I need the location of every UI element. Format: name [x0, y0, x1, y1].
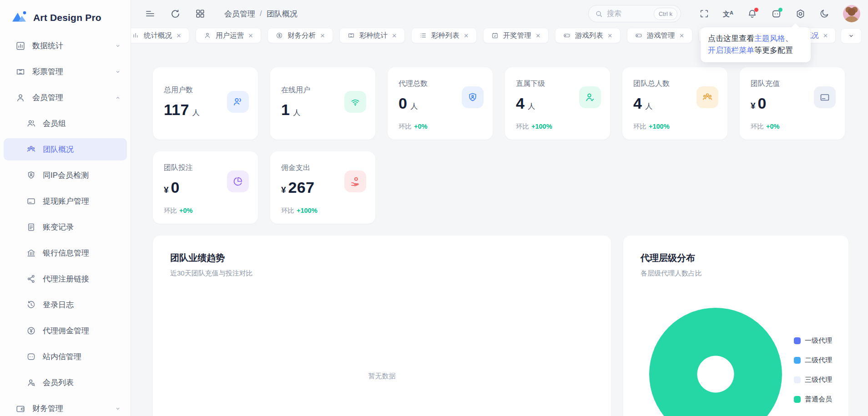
moon-icon[interactable]	[819, 9, 829, 19]
notification-dot	[754, 8, 758, 12]
ticket-icon	[348, 32, 355, 39]
chart-title: 代理层级分布	[641, 252, 831, 264]
tooltip-text: 点击这里查看	[708, 34, 754, 43]
sidebar-item-withdraw-accounts[interactable]: 提现账户管理	[0, 188, 131, 214]
close-icon[interactable]: ×	[177, 32, 181, 40]
top-header: 会员管理 / 团队概况 Ctrl k 文A	[131, 0, 868, 27]
close-icon[interactable]: ×	[680, 32, 684, 40]
tab-game-mgmt[interactable]: 游戏管理 ×	[627, 28, 692, 43]
breadcrumb-parent[interactable]: 会员管理	[224, 9, 255, 19]
team-performance-chart-card: 团队业绩趋势 近30天团队充值与投注对比 暂无数据	[153, 236, 611, 416]
close-icon[interactable]: ×	[608, 32, 612, 40]
donut-chart[interactable]	[649, 308, 782, 416]
close-icon[interactable]: ×	[248, 32, 253, 40]
sidebar-item-member-list[interactable]: 会员列表	[0, 370, 131, 396]
gear-icon[interactable]	[795, 9, 806, 19]
tab-draw-mgmt[interactable]: 开奖管理 ×	[483, 28, 549, 43]
tab-stats-overview[interactable]: 统计概况 ×	[131, 28, 189, 43]
legend-item-level1[interactable]: 一级代理	[794, 336, 832, 345]
hand-coin-icon	[344, 170, 366, 192]
search-icon	[595, 10, 603, 18]
tabs-more-button[interactable]	[841, 28, 862, 44]
share-icon	[26, 274, 36, 284]
message-icon	[26, 352, 36, 361]
bank-icon	[26, 248, 36, 258]
sidebar-item-data-stats[interactable]: 数据统计	[0, 33, 131, 59]
sidebar-item-agent-commission[interactable]: 代理佣金管理	[0, 318, 131, 344]
legend-item-level3[interactable]: 三级代理	[794, 376, 832, 384]
chevron-down-icon	[847, 32, 855, 40]
translate-icon[interactable]: 文A	[723, 10, 733, 17]
user-check-icon	[579, 86, 601, 108]
sidebar-item-lottery-mgmt[interactable]: 彩票管理	[0, 59, 131, 85]
team-icon	[696, 86, 718, 108]
theme-style-link[interactable]: 主题风格	[754, 34, 785, 43]
wifi-icon	[344, 91, 366, 113]
chart-legend: 一级代理 二级代理 三级代理 普通会员	[794, 336, 832, 404]
stat-card-online-users: 在线用户 1人	[270, 67, 375, 140]
legend-item-level2[interactable]: 二级代理	[794, 356, 832, 365]
wallet-icon	[15, 404, 25, 414]
history-icon	[26, 300, 36, 310]
mountain-logo-icon	[11, 10, 27, 26]
close-icon[interactable]: ×	[536, 32, 540, 40]
tab-lottery-list[interactable]: 彩种列表 ×	[411, 28, 477, 43]
sidebar-item-member-mgmt[interactable]: 会员管理	[0, 85, 131, 110]
legend-item-normal-member[interactable]: 普通会员	[794, 395, 832, 404]
stat-card-total-users: 总用户数 117人	[153, 67, 258, 140]
user-icon	[15, 93, 25, 103]
tab-lottery-stats[interactable]: 彩种统计 ×	[339, 28, 405, 43]
close-icon[interactable]: ×	[320, 32, 325, 40]
stat-card-team-bets: 团队投注 ¥0 环比+0%	[153, 151, 258, 224]
sidebar-item-account-changes[interactable]: 账变记录	[0, 214, 131, 240]
search-box[interactable]: Ctrl k	[588, 5, 681, 22]
chevron-up-icon	[114, 94, 121, 101]
chart-subtitle: 各层级代理人数占比	[641, 269, 831, 278]
menu-fold-icon[interactable]	[145, 8, 156, 19]
chat-icon[interactable]	[771, 9, 782, 19]
list-icon	[419, 32, 427, 39]
sidebar-item-finance-mgmt[interactable]: 财务管理	[0, 396, 131, 416]
search-shortcut-badge: Ctrl k	[654, 8, 677, 20]
bank-card-icon	[814, 86, 836, 108]
user-icon	[204, 32, 211, 39]
sidebar-item-team-overview[interactable]: 团队概况	[0, 136, 131, 162]
chart-subtitle: 近30天团队充值与投注对比	[170, 269, 594, 278]
user-avatar[interactable]	[843, 5, 860, 22]
sidebar-item-agent-register-link[interactable]: 代理注册链接	[0, 266, 131, 292]
grid-icon[interactable]	[195, 9, 205, 19]
search-input[interactable]	[607, 10, 648, 18]
sidebar-item-login-logs[interactable]: 登录日志	[0, 292, 131, 318]
stat-card-agent-total: 代理总数 0人 环比+0%	[388, 67, 493, 140]
top-menu-link[interactable]: 开启顶栏菜单	[708, 46, 754, 55]
legend-swatch	[794, 376, 801, 383]
users-icon	[26, 119, 36, 128]
close-icon[interactable]: ×	[392, 32, 397, 40]
sidebar-item-member-group[interactable]: 会员组	[0, 110, 131, 136]
tab-finance-analysis[interactable]: 财务分析 ×	[267, 28, 333, 43]
sidebar-item-same-ip-detect[interactable]: 同IP会员检测	[0, 162, 131, 188]
bell-icon[interactable]	[747, 9, 757, 19]
yen-circle-icon	[26, 326, 36, 336]
tab-game-list[interactable]: 游戏列表 ×	[555, 28, 621, 43]
stat-card-team-deposit: 团队充值 ¥0 环比+0%	[740, 67, 845, 140]
sidebar-item-bank-info[interactable]: 银行信息管理	[0, 240, 131, 266]
team-icon	[26, 145, 36, 154]
close-icon[interactable]: ×	[823, 32, 828, 40]
stat-card-team-total: 团队总人数 4人 环比+100%	[622, 67, 727, 140]
close-icon[interactable]: ×	[464, 32, 469, 40]
user-search-icon	[26, 378, 36, 387]
sidebar-item-site-messages[interactable]: 站内信管理	[0, 344, 131, 370]
message-dot	[778, 8, 782, 12]
stat-card-direct-subordinates: 直属下级 4人 环比+100%	[505, 67, 610, 140]
chevron-down-icon	[114, 42, 121, 50]
breadcrumb-separator: /	[260, 9, 262, 18]
legend-swatch	[794, 337, 801, 344]
refresh-icon[interactable]	[170, 9, 181, 19]
app-title: Art Design Pro	[33, 12, 101, 23]
shield-user-icon	[26, 170, 36, 180]
breadcrumb-current: 团队概况	[267, 9, 298, 19]
fullscreen-icon[interactable]	[699, 9, 709, 19]
app-logo[interactable]: Art Design Pro	[0, 0, 131, 28]
tab-user-operations[interactable]: 用户运营 ×	[196, 28, 261, 43]
